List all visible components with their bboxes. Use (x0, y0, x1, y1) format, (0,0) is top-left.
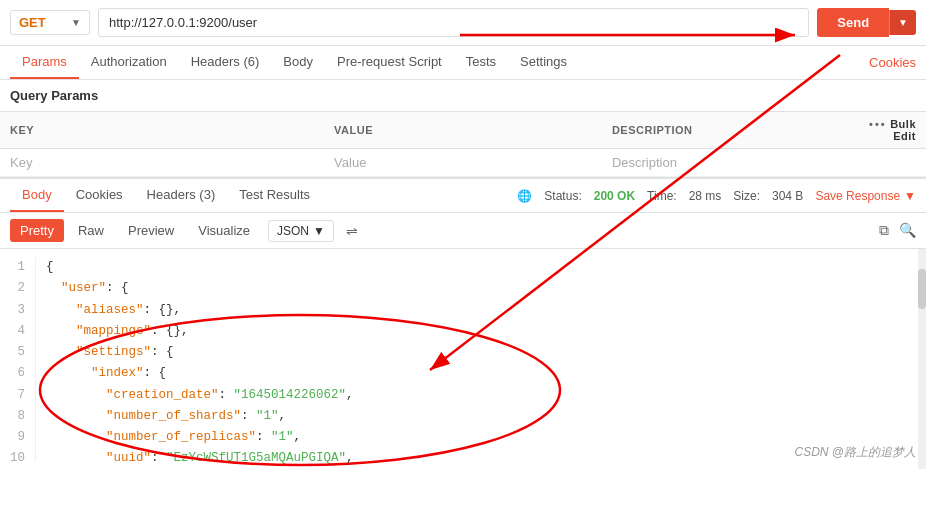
col-header-value: VALUE (324, 112, 602, 149)
response-tab-headers[interactable]: Headers (3) (135, 179, 228, 212)
tab-settings[interactable]: Settings (508, 46, 579, 79)
copy-icon[interactable]: ⧉ (879, 222, 889, 239)
time-value: 28 ms (689, 189, 722, 203)
value-cell[interactable]: Value (324, 149, 602, 177)
tab-cookies-right[interactable]: Cookies (869, 47, 916, 78)
status-code: 200 OK (594, 189, 635, 203)
description-cell[interactable]: Description (602, 149, 834, 177)
more-dots-icon[interactable]: ••• (869, 118, 887, 130)
method-value: GET (19, 15, 46, 30)
watermark: CSDN @路上的追梦人 (794, 444, 916, 461)
col-header-actions: ••• Bulk Edit (833, 112, 926, 149)
bulk-edit-button[interactable]: Bulk Edit (890, 118, 916, 142)
tab-pre-request[interactable]: Pre-request Script (325, 46, 454, 79)
status-label: Status: (544, 189, 581, 203)
key-cell[interactable]: Key (0, 149, 324, 177)
tab-authorization[interactable]: Authorization (79, 46, 179, 79)
nav-tabs: Params Authorization Headers (6) Body Pr… (0, 46, 926, 80)
col-header-key: KEY (0, 112, 324, 149)
size-label: Size: (733, 189, 760, 203)
method-chevron: ▼ (71, 17, 81, 28)
response-tab-body[interactable]: Body (10, 179, 64, 212)
response-status-bar: 🌐 Status: 200 OK Time: 28 ms Size: 304 B… (517, 189, 916, 203)
subtab-pretty[interactable]: Pretty (10, 219, 64, 242)
tab-body[interactable]: Body (271, 46, 325, 79)
format-chevron: ▼ (313, 224, 325, 238)
format-select[interactable]: JSON ▼ (268, 220, 334, 242)
send-dropdown-button[interactable]: ▼ (889, 10, 916, 35)
response-tab-test-results[interactable]: Test Results (227, 179, 322, 212)
subtab-raw[interactable]: Raw (68, 219, 114, 242)
response-tabs: Body Cookies Headers (3) Test Results 🌐 … (0, 179, 926, 213)
scrollbar-track[interactable] (918, 249, 926, 469)
scrollbar-thumb[interactable] (918, 269, 926, 309)
top-bar: GET ▼ Send ▼ (0, 0, 926, 46)
save-response-button[interactable]: Save Response ▼ (815, 189, 916, 203)
method-select[interactable]: GET ▼ (10, 10, 90, 35)
send-btn-group: Send ▼ (817, 8, 916, 37)
line-numbers: 123456 789101112 (0, 257, 36, 461)
send-button[interactable]: Send (817, 8, 889, 37)
response-section: Body Cookies Headers (3) Test Results 🌐 … (0, 177, 926, 469)
code-content: { "user": { "aliases": {}, "mappings": {… (36, 257, 926, 461)
tab-params[interactable]: Params (10, 46, 79, 79)
col-header-description: DESCRIPTION (602, 112, 834, 149)
table-row: Key Value Description (0, 149, 926, 177)
params-table: KEY VALUE DESCRIPTION ••• Bulk Edit Key … (0, 111, 926, 177)
format-label: JSON (277, 224, 309, 238)
response-tab-cookies[interactable]: Cookies (64, 179, 135, 212)
subtab-visualize[interactable]: Visualize (188, 219, 260, 242)
body-action-icons: ⧉ 🔍 (879, 222, 916, 239)
url-input[interactable] (98, 8, 809, 37)
search-icon[interactable]: 🔍 (899, 222, 916, 239)
query-params-title: Query Params (0, 80, 926, 111)
time-label: Time: (647, 189, 677, 203)
body-subtabs: Pretty Raw Preview Visualize JSON ▼ ⇌ ⧉ … (0, 213, 926, 249)
code-area: 123456 789101112 { "user": { "aliases": … (0, 249, 926, 469)
size-value: 304 B (772, 189, 803, 203)
globe-icon: 🌐 (517, 189, 532, 203)
actions-cell (833, 149, 926, 177)
tab-headers[interactable]: Headers (6) (179, 46, 272, 79)
filter-icon[interactable]: ⇌ (346, 223, 358, 239)
tab-tests[interactable]: Tests (454, 46, 508, 79)
subtab-preview[interactable]: Preview (118, 219, 184, 242)
